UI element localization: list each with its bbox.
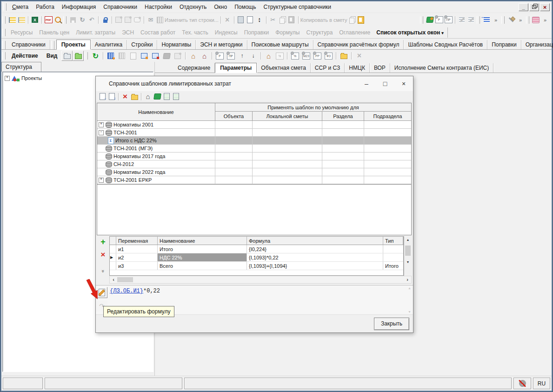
column-header-section[interactable]: Раздела — [322, 112, 364, 120]
export-window-icon[interactable] — [150, 51, 161, 61]
paste-icon[interactable] — [287, 15, 296, 24]
template-row[interactable]: СН-2012 — [97, 160, 411, 168]
cell-object[interactable] — [215, 137, 253, 144]
type-cell[interactable] — [383, 253, 403, 261]
name-cell[interactable]: Итого — [158, 245, 247, 253]
percent-box-icon[interactable]: % — [289, 51, 300, 61]
menu-nastroyki[interactable]: Настройки — [141, 2, 176, 12]
comment-settings-icon[interactable] — [133, 15, 142, 24]
toolbar-grip[interactable] — [2, 29, 6, 36]
delete-variable-button[interactable] — [99, 250, 108, 259]
cell-local-estimate[interactable] — [253, 129, 322, 136]
unlock-icon[interactable] — [100, 15, 110, 24]
clear-rows-icon[interactable] — [466, 15, 476, 24]
pr-box-icon[interactable]: ПР — [225, 51, 236, 61]
formula-scrollbar[interactable]: ▲▼ — [406, 286, 413, 314]
expander-icon[interactable]: + — [5, 76, 10, 81]
server-settings2-icon[interactable] — [123, 15, 133, 24]
tab-shablony-svodnyh-raschetov[interactable]: Шаблоны Сводных Расчётов — [404, 40, 487, 49]
tab-esn-i-metodiki[interactable]: ЭСН и методики — [196, 40, 247, 49]
menu-okno[interactable]: Окно — [210, 2, 231, 12]
template-row[interactable]: +Нормативы 2001 — [97, 121, 411, 129]
scroll-down-icon[interactable]: ▼ — [408, 310, 411, 313]
tab-stroyki[interactable]: Стройки — [127, 40, 157, 49]
menu-smeta[interactable]: Смета — [8, 2, 32, 12]
cell-subsection[interactable] — [364, 137, 411, 144]
menu-rabota[interactable]: Работа — [32, 2, 58, 12]
scroll-down-icon[interactable]: ▼ — [406, 259, 410, 265]
expander-icon[interactable] — [99, 170, 104, 175]
tab-organizacii[interactable]: Организации — [521, 40, 553, 49]
panel-oglavlenie[interactable]: Оглавление — [336, 28, 373, 37]
excel-export-icon[interactable]: X — [30, 15, 40, 24]
folder-up-icon[interactable] — [61, 51, 73, 61]
panel-struktura[interactable]: Структура — [303, 28, 336, 37]
tab-vor[interactable]: ВОР — [370, 63, 390, 73]
toolbar-grip[interactable] — [501, 16, 505, 24]
search-icon[interactable] — [53, 15, 62, 24]
tab-ispolnenie-smety-kontrakta[interactable]: Исполнение Сметы контракта (ЕИС) — [390, 63, 493, 73]
cell-object[interactable] — [215, 176, 253, 184]
tab-nmck[interactable]: НМЦК — [345, 63, 370, 73]
cell-local-estimate[interactable] — [253, 153, 322, 160]
folder-icon[interactable] — [130, 92, 139, 101]
template-row[interactable]: ТСН-2001 (МГЭ) — [97, 145, 411, 153]
name-cell-selected[interactable]: НДС 22% — [158, 253, 247, 261]
cell-section[interactable] — [322, 160, 364, 168]
dialog-minimize-button[interactable]: – — [357, 77, 376, 90]
house-edit-icon[interactable] — [199, 51, 210, 61]
toolbar-grip[interactable] — [2, 16, 6, 24]
variable-row[interactable]: и1 Итого {I0,224} — [110, 245, 403, 253]
toolbar-grip[interactable] — [477, 16, 480, 24]
template-row[interactable]: Нормативы 2017 года — [97, 153, 411, 160]
cell-subsection[interactable] — [364, 168, 411, 176]
pp-icon[interactable]: РР — [312, 51, 323, 61]
cell-object[interactable] — [215, 129, 253, 136]
cell-section[interactable] — [322, 176, 364, 184]
cell-object[interactable] — [215, 145, 253, 152]
copy-icon[interactable] — [278, 15, 287, 24]
cell-local-estimate[interactable] — [253, 145, 322, 152]
close-button[interactable]: × — [540, 3, 550, 11]
name-cell[interactable]: Всего — [158, 262, 247, 270]
tab-normativy[interactable]: Нормативы — [157, 40, 196, 49]
pdf-export-icon[interactable]: PDF — [44, 15, 53, 24]
document-page-icon[interactable] — [127, 51, 139, 61]
expander-icon[interactable]: + — [99, 178, 104, 183]
panel-popravki[interactable]: Поправки — [241, 28, 272, 37]
object-building-icon[interactable] — [116, 51, 127, 61]
tab-struktura[interactable]: Структура — [1, 62, 41, 72]
save-icon[interactable] — [68, 15, 78, 24]
cell-object[interactable] — [215, 160, 253, 168]
toolbar-grip[interactable] — [2, 52, 6, 60]
refresh-icon[interactable] — [78, 15, 87, 24]
tree-structure-icon[interactable] — [7, 15, 17, 24]
close-dialog-button[interactable]: Закрыть — [374, 318, 409, 330]
expander-icon[interactable]: - — [99, 130, 104, 135]
menu-informacia[interactable]: Информация — [58, 2, 100, 12]
p-box-icon[interactable]: P — [214, 51, 225, 61]
column-header-variable[interactable]: Переменная — [116, 237, 158, 245]
refresh-green-icon[interactable] — [90, 51, 101, 61]
scroll-up-icon[interactable]: ▲ — [408, 286, 411, 290]
scroll-left-icon[interactable]: ‹ — [110, 277, 117, 283]
home-icon[interactable] — [143, 92, 153, 101]
cell-local-estimate[interactable] — [253, 176, 322, 184]
minimize-button[interactable]: _ — [519, 3, 528, 11]
cell-section[interactable] — [322, 153, 364, 160]
folder-open-icon[interactable] — [73, 51, 84, 61]
print-icon[interactable] — [172, 51, 183, 61]
restore-button[interactable] — [529, 3, 539, 11]
add-variable-button[interactable] — [99, 237, 108, 246]
type-cell[interactable] — [383, 245, 403, 253]
variable-cell[interactable]: и1 — [116, 245, 158, 253]
cell-section[interactable] — [322, 137, 364, 144]
p-settings-icon[interactable]: P — [434, 15, 444, 24]
cell-subsection[interactable] — [364, 145, 411, 152]
panel-resursy[interactable]: Ресурсы — [7, 28, 36, 37]
cell-local-estimate[interactable] — [253, 121, 322, 128]
vertical-scrollbar[interactable]: ▲ ▼ — [404, 236, 412, 276]
column-header-name[interactable]: Наименование — [158, 237, 247, 245]
cell-subsection[interactable] — [364, 129, 411, 136]
books-stack-icon[interactable] — [531, 15, 540, 24]
